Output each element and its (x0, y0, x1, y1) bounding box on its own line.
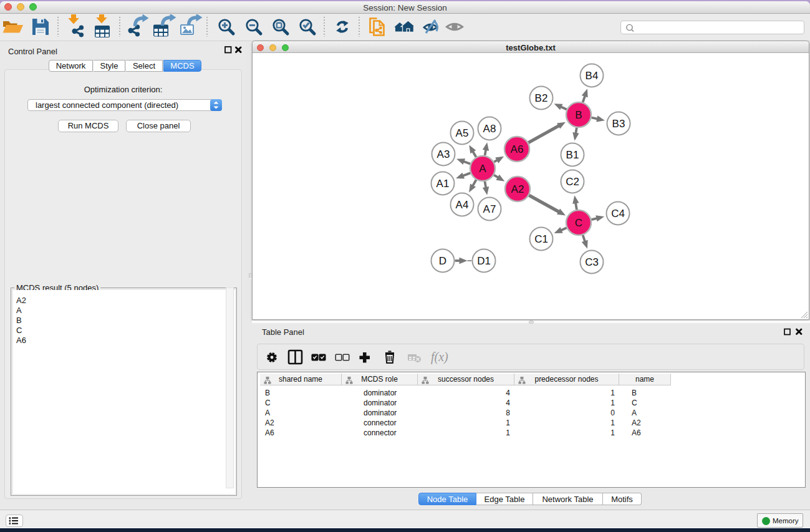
svg-text:A1: A1 (436, 178, 450, 190)
svg-text:C1: C1 (534, 233, 548, 245)
svg-text:B3: B3 (612, 118, 625, 130)
svg-text:A: A (479, 163, 486, 175)
svg-text:A7: A7 (483, 203, 496, 215)
svg-text:C2: C2 (566, 176, 579, 188)
svg-text:B: B (575, 109, 582, 121)
svg-text:D: D (439, 255, 446, 267)
svg-text:C3: C3 (585, 256, 599, 268)
svg-text:D1: D1 (477, 255, 491, 267)
svg-text:C: C (575, 217, 582, 229)
svg-text:A4: A4 (456, 199, 469, 211)
svg-text:B4: B4 (586, 70, 599, 82)
svg-text:A8: A8 (483, 123, 496, 135)
svg-text:A6: A6 (511, 143, 524, 155)
svg-text:A2: A2 (511, 183, 524, 195)
svg-text:A5: A5 (456, 127, 469, 139)
svg-text:A3: A3 (437, 148, 450, 160)
svg-text:C4: C4 (611, 208, 625, 220)
svg-text:B2: B2 (535, 92, 548, 104)
svg-text:B1: B1 (566, 149, 579, 161)
svg-text:f(x): f(x) (431, 350, 448, 364)
